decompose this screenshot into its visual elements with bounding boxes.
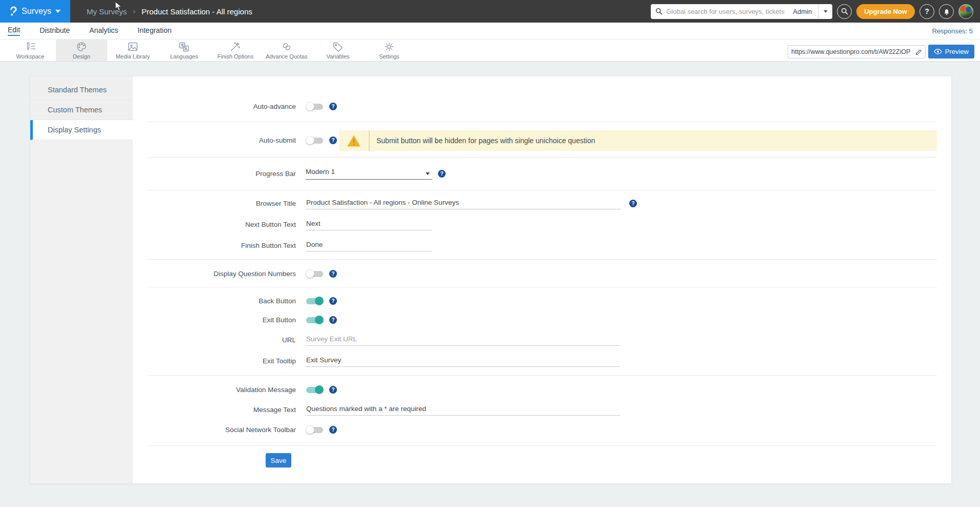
help-icon[interactable]: ? <box>438 170 446 178</box>
search-submit-button[interactable] <box>837 4 852 19</box>
display-settings-card: Standard Themes Custom Themes Display Se… <box>30 76 952 484</box>
row-next-button-text: Next Button Text <box>133 217 951 231</box>
edit-pencil-icon[interactable] <box>915 49 922 55</box>
field-label: Auto-advance <box>133 103 296 110</box>
toolbar-finish-options[interactable]: Finish Options <box>210 40 261 61</box>
social-network-toolbar-toggle[interactable] <box>306 425 324 434</box>
next-button-text-input[interactable] <box>306 219 432 230</box>
toolbar-languages[interactable]: Languages <box>158 40 210 61</box>
progress-bar-selected-value: Modern 1 <box>306 168 335 176</box>
field-label: Back Button <box>133 297 296 305</box>
field-label: Finish Button Text <box>133 242 296 249</box>
progress-bar-select[interactable]: Modern 1 <box>306 168 432 180</box>
finish-button-text-input[interactable] <box>306 240 432 251</box>
chevron-down-icon <box>426 172 430 175</box>
top-header: Surveys My Surveys › Product Satisfactio… <box>0 0 980 23</box>
help-icon[interactable]: ? <box>629 200 637 207</box>
breadcrumb: My Surveys › Product Satisfaction - All … <box>87 7 252 16</box>
sidebar-item-display-settings[interactable]: Display Settings <box>30 120 133 140</box>
row-back-button: Back Button ? <box>133 294 951 308</box>
save-button[interactable]: Save <box>266 453 291 467</box>
back-button-toggle[interactable] <box>306 297 324 305</box>
preview-label: Preview <box>945 48 969 55</box>
surveys-menu-button[interactable]: Surveys <box>0 0 70 23</box>
field-label: Social Network Toolbar <box>133 426 296 434</box>
section-divider <box>148 157 937 158</box>
section-divider <box>148 445 937 446</box>
tab-integration[interactable]: Integration <box>137 26 171 35</box>
preview-button[interactable]: Preview <box>928 45 974 59</box>
sidebar-item-standard-themes[interactable]: Standard Themes <box>30 80 133 100</box>
row-auto-advance: Auto-advance ? <box>133 99 951 113</box>
exit-button-toggle[interactable] <box>306 316 324 324</box>
toolbar-workspace[interactable]: Workspace <box>5 40 56 61</box>
row-display-question-numbers: Display Question Numbers ? <box>133 266 951 281</box>
toolbar-settings[interactable]: Settings <box>364 40 415 61</box>
search-scope-label[interactable]: Admin <box>790 8 818 15</box>
global-search-input[interactable] <box>666 8 790 15</box>
warning-message: Submit button will be hidden for pages w… <box>376 136 595 145</box>
user-avatar[interactable] <box>958 4 973 19</box>
row-message-text: Message Text <box>133 402 951 417</box>
toolbar-label: Design <box>73 53 90 60</box>
magic-wand-icon <box>230 42 241 52</box>
tab-distribute[interactable]: Distribute <box>39 26 70 35</box>
validation-message-toggle[interactable] <box>306 385 324 394</box>
sidebar-item-custom-themes[interactable]: Custom Themes <box>30 100 133 120</box>
search-icon <box>655 8 663 15</box>
chevron-down-icon <box>55 10 61 13</box>
toolbar-label: Languages <box>170 53 198 60</box>
notifications-button[interactable] <box>939 4 954 19</box>
help-icon[interactable]: ? <box>329 297 337 305</box>
auto-submit-toggle[interactable] <box>306 136 324 145</box>
browser-title-input[interactable] <box>306 198 621 209</box>
tag-icon <box>332 42 344 52</box>
help-icon[interactable]: ? <box>329 270 337 278</box>
section-divider <box>148 190 937 190</box>
row-browser-title: Browser Title ? <box>133 196 951 210</box>
section-divider <box>148 259 937 260</box>
responses-count[interactable]: Responses: 5 <box>932 27 973 35</box>
toolbar-label: Settings <box>379 53 399 60</box>
toolbar-variables[interactable]: Variables <box>312 40 364 61</box>
row-exit-button: Exit Button ? <box>133 313 951 327</box>
auto-advance-toggle[interactable] <box>306 102 324 111</box>
toolbar-label: Advance Quotas <box>266 53 307 60</box>
help-button[interactable]: ? <box>919 4 934 19</box>
design-palette-icon <box>76 42 87 52</box>
survey-url-box <box>788 45 926 59</box>
search-scope-dropdown[interactable] <box>818 4 832 19</box>
toolbar-design[interactable]: Design <box>56 40 107 61</box>
row-social-network-toolbar: Social Network Toolbar ? <box>133 422 951 437</box>
help-icon[interactable]: ? <box>329 316 337 324</box>
field-label: Message Text <box>133 406 296 414</box>
display-question-numbers-toggle[interactable] <box>306 269 324 278</box>
image-icon <box>127 42 138 52</box>
survey-nav: Edit Distribute Analytics Integration Re… <box>0 23 980 39</box>
toolbar-label: Finish Options <box>217 53 253 60</box>
design-sidebar: Standard Themes Custom Themes Display Se… <box>30 76 133 483</box>
help-icon[interactable]: ? <box>329 136 337 144</box>
field-label: URL <box>133 336 296 344</box>
exit-url-input[interactable] <box>306 334 621 346</box>
toolbar-advance-quotas[interactable]: Advance Quotas <box>261 40 312 61</box>
questionpro-logo-icon <box>10 6 17 17</box>
chevron-down-icon <box>824 10 828 13</box>
section-divider <box>148 287 937 287</box>
global-search-box: Admin <box>651 4 832 19</box>
survey-url-input[interactable] <box>791 48 915 55</box>
help-icon[interactable]: ? <box>329 103 337 110</box>
breadcrumb-my-surveys[interactable]: My Surveys <box>87 7 127 16</box>
field-label: Auto-submit <box>133 136 296 144</box>
upgrade-now-button[interactable]: Upgrade Now <box>856 4 915 19</box>
exit-tooltip-input[interactable] <box>306 355 621 367</box>
edit-toolbar: Workspace Design Media Library Languages… <box>0 39 980 62</box>
message-text-input[interactable] <box>306 404 621 416</box>
tab-edit[interactable]: Edit <box>8 26 20 36</box>
bell-icon <box>943 8 950 15</box>
help-icon[interactable]: ? <box>329 386 337 394</box>
toolbar-media-library[interactable]: Media Library <box>107 40 158 61</box>
row-validation-message: Validation Message ? <box>133 382 951 397</box>
tab-analytics[interactable]: Analytics <box>89 26 118 35</box>
help-icon[interactable]: ? <box>329 426 337 434</box>
